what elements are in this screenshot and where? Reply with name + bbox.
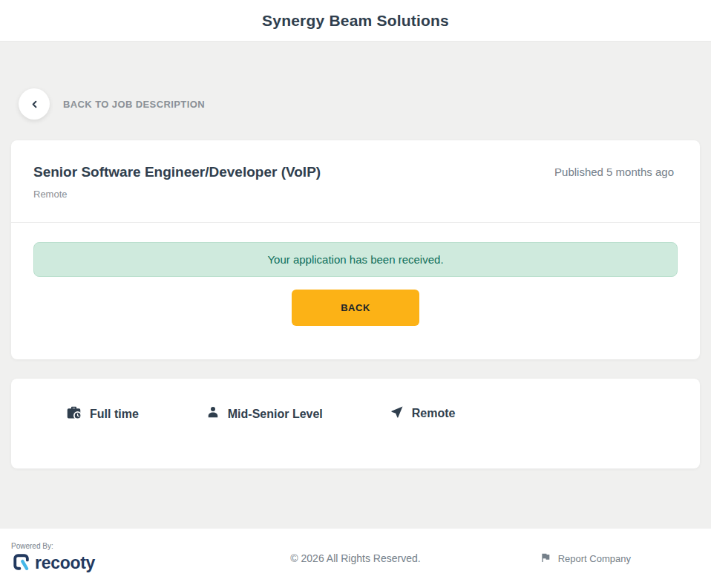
job-card-header: Senior Software Engineer/Developer (VoIP…: [11, 140, 700, 222]
published-date: Published 5 months ago: [554, 166, 674, 178]
navigation-arrow-icon: [390, 405, 404, 422]
employment-type-label: Full time: [90, 408, 139, 421]
recooty-brand-link[interactable]: recooty: [11, 552, 95, 575]
job-heading-block: Senior Software Engineer/Developer (VoIP…: [33, 164, 321, 200]
job-details-card: Full time Mid-Senior Level Remote: [11, 379, 700, 468]
app-footer: Powered By: recooty © 2026 All Rights Re…: [0, 529, 711, 588]
job-title: Senior Software Engineer/Developer (VoIP…: [33, 164, 321, 180]
powered-by-label: Powered By:: [11, 542, 95, 550]
detail-item-workplace: Remote: [390, 405, 456, 422]
button-row: BACK: [33, 290, 678, 326]
detail-item-seniority: Mid-Senior Level: [206, 405, 323, 423]
back-to-job-description[interactable]: BACK TO JOB DESCRIPTION: [19, 88, 700, 120]
job-card: Senior Software Engineer/Developer (VoIP…: [11, 140, 700, 359]
job-location: Remote: [33, 189, 321, 200]
copyright-text: © 2026 All Rights Reserved.: [290, 552, 420, 564]
recooty-logo-icon: [11, 552, 32, 575]
page-title: Synergy Beam Solutions: [262, 12, 449, 30]
detail-item-employment-type: Full time: [65, 405, 139, 423]
person-icon: [206, 405, 220, 423]
report-company-label: Report Company: [558, 553, 631, 564]
recooty-brand-name: recooty: [35, 553, 95, 573]
main-content: BACK TO JOB DESCRIPTION Senior Software …: [0, 42, 711, 529]
report-company-link[interactable]: Report Company: [540, 552, 631, 566]
chevron-left-icon: [29, 99, 40, 110]
briefcase-clock-icon: [65, 405, 82, 423]
application-received-alert: Your application has been received.: [33, 242, 678, 277]
app-header: Synergy Beam Solutions: [0, 0, 711, 42]
seniority-label: Mid-Senior Level: [228, 408, 323, 421]
back-circle-button[interactable]: [19, 88, 50, 120]
footer-brand-block: Powered By: recooty: [11, 542, 95, 575]
job-card-body: Your application has been received. BACK: [11, 223, 700, 359]
workplace-label: Remote: [412, 407, 456, 420]
flag-icon: [540, 552, 551, 566]
back-nav-label[interactable]: BACK TO JOB DESCRIPTION: [63, 99, 205, 110]
back-button[interactable]: BACK: [292, 290, 419, 326]
